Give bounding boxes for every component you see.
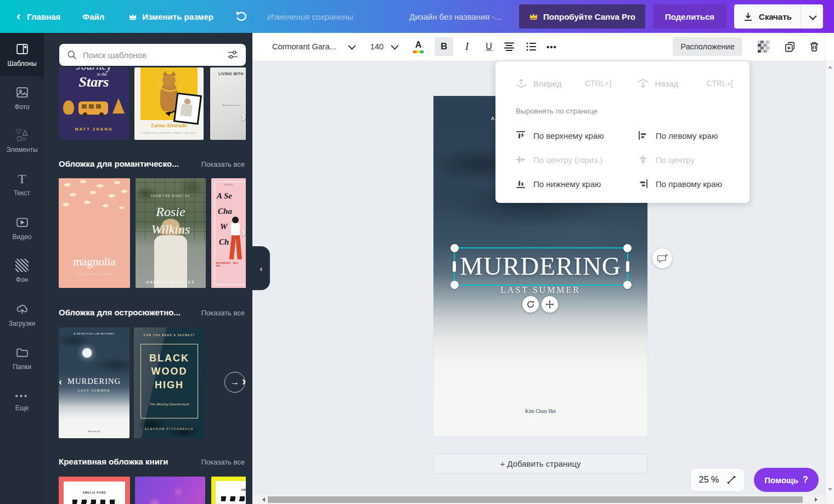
- resize-handle-sw[interactable]: [450, 281, 459, 289]
- template-batik[interactable]: AMELIA POND: [59, 477, 130, 504]
- question-mark: ?: [803, 475, 808, 485]
- text-color-button[interactable]: A: [413, 41, 424, 53]
- align-section-heading: Выровнять по странице: [516, 107, 598, 115]
- align-bottom-option[interactable]: По нижнему краю: [515, 172, 638, 196]
- cover-author-text[interactable]: Kim Chun Hei: [433, 409, 647, 414]
- add-page-button[interactable]: + Добавить страницу: [433, 454, 647, 474]
- template-murdering[interactable]: A DETECTIVE LIM MYSTERY MURDERING LAST S…: [59, 327, 129, 438]
- horizontal-scroll-thumb[interactable]: [268, 496, 803, 503]
- file-menu-button[interactable]: Файл: [82, 12, 104, 21]
- rotate-button[interactable]: [522, 296, 539, 313]
- transparency-button[interactable]: [758, 41, 770, 53]
- resize-handle-se[interactable]: [623, 281, 632, 289]
- duplicate-button[interactable]: [784, 41, 796, 53]
- text-selection-box[interactable]: [454, 247, 628, 286]
- rainbow-bar: [413, 50, 424, 53]
- resize-handle-nw[interactable]: [450, 244, 459, 252]
- download-button[interactable]: Скачать: [734, 4, 801, 29]
- sidebar-item-more[interactable]: ••• Еще: [0, 380, 44, 423]
- resize-handle-e[interactable]: [626, 261, 629, 272]
- carousel-prev-icon[interactable]: ‹: [59, 377, 62, 387]
- design-title[interactable]: Дизайн без названия -...: [409, 12, 501, 21]
- format-toolbar: Cormorant Gara... 140 A B I U ••• Распол…: [252, 33, 834, 61]
- help-button[interactable]: Помощь ?: [754, 468, 819, 492]
- add-comment-button[interactable]: [652, 248, 672, 268]
- template-cat-cover[interactable]: Lorna Alvarado LIVING THE LIFE WITH TWEN…: [134, 67, 204, 140]
- fullscreen-icon[interactable]: [726, 475, 736, 485]
- align-left-icon: [638, 130, 649, 141]
- template-journey-stars[interactable]: Journey to the Stars MATT ZHANG: [59, 67, 129, 140]
- template-bokeh[interactable]: [135, 477, 205, 504]
- template-rosie-wilkins[interactable]: FROM THE DIARY OF Rosie Wilkins HANNAH M…: [136, 178, 206, 288]
- resize-handle-w[interactable]: [453, 261, 456, 272]
- sidebar-item-uploads[interactable]: Загрузки: [0, 293, 44, 336]
- scroll-down-arrow[interactable]: [828, 488, 832, 491]
- template-blackwood[interactable]: CAN YOU KEEP A SECRET? BLACK WOOD HIGH T…: [134, 327, 205, 438]
- bold-button[interactable]: B: [435, 37, 453, 56]
- chevron-down-icon: [391, 42, 398, 50]
- align-center-vertical-icon: [638, 154, 649, 165]
- filter-icon[interactable]: [227, 49, 238, 60]
- font-family-select[interactable]: Cormorant Gara...: [272, 42, 354, 51]
- sidebar: Шаблоны Фото ♡△□○ Элементы T Текст Видео…: [0, 33, 44, 504]
- sidebar-item-background[interactable]: Фон: [0, 250, 44, 293]
- transparency-icon: [758, 41, 770, 53]
- align-left-option[interactable]: По левому краю: [638, 123, 733, 148]
- share-button[interactable]: Поделиться: [653, 4, 726, 29]
- undo-button[interactable]: [234, 10, 247, 22]
- arrange-button[interactable]: Расположение: [673, 37, 742, 56]
- template-living-with[interactable]: LIVING WITH My first year as on...: [210, 67, 246, 140]
- align-right-option[interactable]: По правому краю: [638, 172, 733, 196]
- align-top-option[interactable]: По верхнему краю: [515, 123, 638, 148]
- comment-plus-icon: [657, 253, 668, 264]
- resize-button[interactable]: Изменить размер: [128, 12, 213, 21]
- scroll-left-arrow[interactable]: [262, 497, 265, 502]
- search-input[interactable]: [82, 50, 222, 60]
- bullet-list-icon: [526, 42, 537, 52]
- brush-lettering-partial: [72, 500, 116, 504]
- text-align-button[interactable]: [504, 42, 515, 52]
- home-button[interactable]: ‹ Главная: [16, 10, 60, 22]
- template-magnolia[interactable]: magnolia angelica prince: [59, 178, 130, 288]
- more-options-button[interactable]: •••: [546, 42, 557, 52]
- show-all-link[interactable]: Показать все: [201, 160, 245, 168]
- folders-icon: [15, 346, 29, 359]
- move-button[interactable]: [542, 296, 558, 313]
- panel-collapse-button[interactable]: ‹: [252, 246, 270, 290]
- try-canva-pro-button[interactable]: Попробуйте Canva Pro: [519, 4, 645, 29]
- zoom-control[interactable]: 25 %: [690, 468, 745, 492]
- bring-forward-icon: [515, 78, 527, 89]
- show-all-link[interactable]: Показать все: [201, 309, 245, 317]
- sidebar-item-folders[interactable]: Папки: [0, 336, 44, 380]
- sidebar-item-text[interactable]: T Текст: [0, 163, 44, 206]
- sidebar-item-elements[interactable]: ♡△□○ Элементы: [0, 120, 44, 163]
- crown-icon: [529, 13, 538, 20]
- resize-handle-ne[interactable]: [623, 244, 632, 252]
- carousel-next-icon[interactable]: ›: [242, 376, 246, 388]
- font-size-select[interactable]: 140: [370, 42, 397, 51]
- template-creative-3[interactable]: AMELI: [211, 477, 246, 504]
- vertical-scrollbar[interactable]: [825, 61, 834, 504]
- horizontal-scrollbar[interactable]: [252, 495, 825, 504]
- cover-subtitle-text[interactable]: LAST SUMMER: [433, 285, 647, 295]
- background-icon: [15, 259, 29, 272]
- underline-button[interactable]: U: [480, 37, 498, 56]
- align-center-vertical-option: По центру: [638, 148, 733, 172]
- delete-button[interactable]: [809, 41, 820, 52]
- download-options-button[interactable]: [801, 12, 823, 21]
- align-center-horizontal-option: По центру (гориз.): [515, 148, 638, 172]
- carousel-next-icon[interactable]: ›: [241, 226, 245, 239]
- italic-button[interactable]: I: [458, 37, 476, 56]
- carousel-next-icon[interactable]: ›: [241, 111, 245, 123]
- sidebar-item-video[interactable]: Видео: [0, 206, 44, 250]
- sidebar-list: Фото ♡△□○ Элементы T Текст Видео Фон Заг…: [0, 76, 44, 504]
- scroll-up-arrow[interactable]: [828, 66, 832, 69]
- template-second-chance[interactable]: The Picks A Se Cha W Ch SHE WANTED… WILL…: [211, 178, 246, 288]
- canva-editor: { "topbar": { "home": "Главная", "file":…: [0, 0, 834, 504]
- show-all-link[interactable]: Показать все: [201, 458, 245, 466]
- align-top-icon: [515, 130, 526, 141]
- scroll-right-arrow[interactable]: [815, 497, 818, 502]
- sidebar-item-templates[interactable]: Шаблоны: [0, 33, 44, 76]
- list-button[interactable]: [526, 42, 537, 52]
- sidebar-item-photos[interactable]: Фото: [0, 76, 44, 120]
